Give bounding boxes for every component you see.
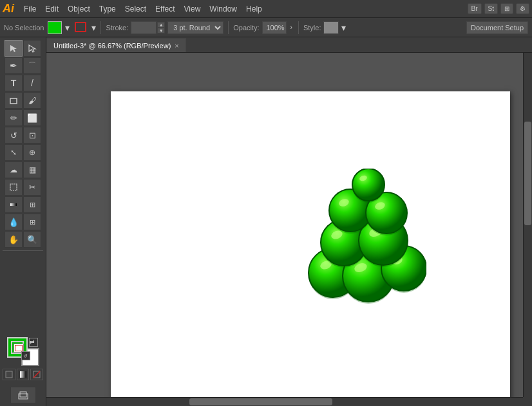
- svg-rect-8: [20, 392, 26, 397]
- tool-row-2: ✒ ⌒: [0, 57, 46, 74]
- opacity-arrow[interactable]: ›: [289, 24, 294, 31]
- svg-rect-4: [20, 371, 26, 378]
- gradient-btn[interactable]: [17, 369, 30, 380]
- menu-effect[interactable]: Effect: [151, 3, 179, 15]
- fg-bg-color-area: ⇄ ↺: [7, 337, 39, 366]
- menu-edit[interactable]: Edit: [41, 3, 63, 15]
- control-toolbar: No Selection ▾ ▾ Stroke: ▲ ▼ 3 pt. Round…: [0, 18, 532, 37]
- measure-tool[interactable]: ⊞: [23, 214, 41, 230]
- tool-row-11: 💧 ⊞: [0, 214, 46, 230]
- tool-row-8: ☁ ▦: [0, 161, 46, 178]
- rotate-tool[interactable]: ↺: [5, 127, 23, 143]
- svg-line-6: [33, 371, 40, 378]
- svg-rect-0: [10, 98, 17, 104]
- eraser-tool[interactable]: ⬜: [23, 109, 41, 126]
- stroke-up-arrow[interactable]: ▲: [157, 22, 165, 28]
- column-graph-tool[interactable]: ▦: [23, 161, 41, 178]
- opacity-text-label: Opacity:: [233, 24, 259, 32]
- separator-1: [100, 21, 101, 34]
- tool-divider: [3, 250, 43, 251]
- tool-row-3: T /: [0, 75, 46, 91]
- color-btn[interactable]: [3, 369, 15, 380]
- eyedropper-tool[interactable]: 💧: [5, 214, 23, 230]
- menu-object[interactable]: Object: [63, 3, 95, 15]
- slice-tool[interactable]: ✂: [23, 179, 41, 196]
- menu-window[interactable]: Window: [205, 3, 242, 15]
- selection-label: No Selection: [4, 24, 44, 32]
- document-tab[interactable]: Untitled-3* @ 66.67% (RGB/Preview) ×: [46, 38, 186, 52]
- tab-close-btn[interactable]: ×: [175, 42, 178, 50]
- paintbrush-tool[interactable]: 🖌: [23, 92, 41, 109]
- stroke-stepper-arrows: ▲ ▼: [157, 22, 165, 33]
- curvature-tool[interactable]: ⌒: [23, 57, 41, 74]
- pencil-tool[interactable]: ✏: [5, 109, 23, 126]
- vertical-scrollbar-thumb[interactable]: [524, 122, 531, 225]
- menu-type[interactable]: Type: [95, 3, 120, 15]
- layers-icon[interactable]: [10, 387, 36, 403]
- menu-view[interactable]: View: [180, 3, 205, 15]
- pen-tool[interactable]: ✒: [5, 57, 23, 74]
- opacity-input[interactable]: [262, 21, 287, 34]
- color-mode-row: [3, 369, 43, 380]
- stroke-indicator[interactable]: [73, 21, 89, 35]
- menu-help[interactable]: Help: [242, 3, 267, 15]
- reset-colors-btn[interactable]: ↺: [21, 351, 30, 360]
- fill-dropdown-arrow[interactable]: ▾: [65, 23, 70, 33]
- tool-row-6: ↺ ⊡: [0, 127, 46, 143]
- menu-file[interactable]: File: [19, 3, 41, 15]
- stroke-stepper: ▲ ▼: [131, 21, 165, 34]
- bridge-btn[interactable]: Br: [468, 3, 482, 14]
- style-dropdown-arrow[interactable]: ▾: [341, 23, 346, 33]
- style-swatch[interactable]: [323, 21, 339, 34]
- stock-btn[interactable]: St: [484, 3, 498, 14]
- direct-selection-tool[interactable]: [23, 40, 41, 57]
- free-transform-tool[interactable]: ⊕: [23, 144, 41, 161]
- warp-tool[interactable]: ⤡: [5, 144, 23, 161]
- bridge-icons-area: Br St ⊞ ⚙: [468, 3, 529, 14]
- artboard-tool[interactable]: [5, 179, 23, 196]
- tab-bar: Untitled-3* @ 66.67% (RGB/Preview) ×: [46, 37, 532, 53]
- settings-btn[interactable]: ⚙: [516, 3, 529, 14]
- scrollbar-corner: [523, 397, 532, 406]
- scale-tool[interactable]: ⊡: [23, 127, 41, 143]
- tool-row-7: ⤡ ⊕: [0, 144, 46, 161]
- tool-row-9: ✂: [0, 179, 46, 196]
- toolbox: ✒ ⌒ T / 🖌 ✏ ⬜ ↺ ⊡ ⤡ ⊕ ☁ ▦: [0, 37, 46, 406]
- tool-row-1: [0, 40, 46, 57]
- horizontal-scrollbar-thumb[interactable]: [189, 398, 332, 405]
- horizontal-scrollbar[interactable]: [46, 397, 523, 406]
- fill-color-box[interactable]: [48, 21, 62, 34]
- tab-title: Untitled-3* @ 66.67% (RGB/Preview): [53, 42, 171, 50]
- rectangle-tool[interactable]: [5, 92, 23, 109]
- symbol-tool[interactable]: ☁: [5, 161, 23, 178]
- canvas-scroll-area[interactable]: [46, 53, 532, 406]
- line-tool[interactable]: /: [23, 75, 41, 91]
- menu-bar: Ai File Edit Object Type Select Effect V…: [0, 0, 532, 18]
- tool-row-5: ✏ ⬜: [0, 109, 46, 126]
- vertical-scrollbar[interactable]: [523, 53, 532, 397]
- gradient-tool[interactable]: [5, 196, 23, 213]
- tool-row-4: 🖌: [0, 92, 46, 109]
- zoom-tool[interactable]: 🔍: [23, 231, 41, 248]
- none-btn[interactable]: [30, 369, 43, 380]
- svg-rect-3: [6, 371, 12, 378]
- svg-rect-1: [10, 184, 17, 190]
- stroke-down-arrow[interactable]: ▼: [157, 28, 165, 33]
- artboard: [111, 91, 510, 400]
- stroke-dropdown-arrow[interactable]: ▾: [91, 23, 96, 33]
- swap-colors-btn[interactable]: ⇄: [29, 338, 38, 347]
- doc-setup-button[interactable]: Document Setup: [466, 21, 528, 34]
- type-tool[interactable]: T: [5, 75, 23, 91]
- menu-select[interactable]: Select: [120, 3, 151, 15]
- stroke-style-select[interactable]: 3 pt. Round 1 pt. Round 2 pt. Round 3 pt…: [167, 21, 223, 34]
- canvas-area: Untitled-3* @ 66.67% (RGB/Preview) ×: [46, 37, 532, 406]
- color-controls: ⇄ ↺: [0, 335, 46, 384]
- separator-2: [228, 21, 229, 34]
- layers-icon-row: [0, 387, 46, 403]
- workspace-btn[interactable]: ⊞: [500, 3, 513, 14]
- stroke-value-input[interactable]: [131, 21, 157, 34]
- stroke-text-label: Stroke:: [106, 24, 128, 32]
- hand-tool[interactable]: ✋: [5, 231, 23, 248]
- selection-tool[interactable]: [5, 40, 23, 57]
- mesh-tool[interactable]: ⊞: [23, 196, 41, 213]
